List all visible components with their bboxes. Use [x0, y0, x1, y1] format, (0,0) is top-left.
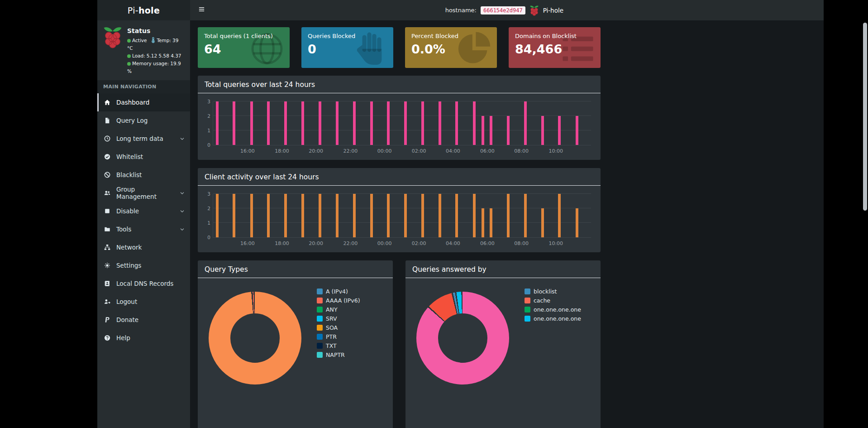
legend-item[interactable]: cache — [525, 297, 581, 304]
bar[interactable] — [473, 101, 476, 145]
bar[interactable] — [301, 194, 304, 237]
legend-item[interactable]: SRV — [317, 315, 360, 322]
bar[interactable] — [284, 194, 287, 237]
client-activity-chart[interactable]: 012316:0018:0020:0022:0000:0002:0004:000… — [198, 186, 601, 252]
bar[interactable] — [216, 101, 219, 145]
sidebar-item-group-management[interactable]: Group Management — [97, 184, 190, 202]
sidebar-item-dashboard[interactable]: Dashboard — [97, 93, 190, 111]
bar[interactable] — [250, 101, 253, 145]
sidebar-item-disable[interactable]: Disable — [97, 202, 190, 220]
bar[interactable] — [284, 101, 287, 145]
bar[interactable] — [387, 101, 390, 145]
sidebar-item-settings[interactable]: Settings — [97, 256, 190, 274]
bar[interactable] — [404, 101, 407, 145]
sidebar-item-blacklist[interactable]: Blacklist — [97, 166, 190, 184]
sidebar-item-query-log[interactable]: Query Log — [97, 111, 190, 130]
bar[interactable] — [490, 116, 492, 145]
legend-item[interactable]: TXT — [317, 342, 360, 349]
legend-item[interactable]: A (IPv4) — [317, 288, 360, 295]
bar[interactable] — [353, 101, 356, 145]
check-circle-icon — [103, 154, 111, 160]
legend-item[interactable]: SOA — [317, 324, 360, 331]
bar[interactable] — [482, 116, 484, 145]
bar[interactable] — [353, 194, 356, 237]
sidebar-item-donate[interactable]: Donate — [97, 311, 190, 329]
legend-label: ANY — [326, 306, 338, 313]
bar[interactable] — [473, 194, 476, 237]
brand-logo[interactable]: Pi-hole — [97, 0, 190, 20]
bar[interactable] — [216, 194, 219, 237]
legend-item[interactable]: NAPTR — [317, 351, 360, 358]
bar[interactable] — [267, 194, 270, 237]
bar[interactable] — [524, 101, 527, 145]
bar[interactable] — [455, 101, 458, 145]
legend-item[interactable]: one.one.one.one — [525, 306, 581, 313]
sidebar-toggle-button[interactable] — [190, 0, 213, 20]
legend-item[interactable]: blocklist — [525, 288, 581, 295]
legend-swatch — [317, 352, 323, 358]
bar[interactable] — [541, 116, 544, 145]
y-axis-label: 0 — [207, 142, 210, 148]
bar[interactable] — [387, 194, 390, 237]
sidebar-item-tools[interactable]: Tools — [97, 220, 190, 238]
legend-item[interactable]: ANY — [317, 306, 360, 313]
x-axis-label: 16:00 — [240, 148, 255, 154]
bar[interactable] — [336, 194, 339, 237]
sidebar-item-network[interactable]: Network — [97, 238, 190, 256]
donut-chart[interactable] — [209, 292, 301, 385]
total-queries-chart[interactable]: 012316:0018:0020:0022:0000:0002:0004:000… — [198, 93, 601, 160]
bar[interactable] — [319, 194, 321, 237]
bar[interactable] — [541, 208, 544, 237]
bar[interactable] — [482, 208, 484, 237]
bar[interactable] — [558, 194, 561, 237]
sidebar-item-whitelist[interactable]: Whitelist — [97, 148, 190, 166]
bar[interactable] — [370, 194, 373, 237]
bar[interactable] — [524, 194, 527, 237]
load-label: Load: — [132, 53, 145, 58]
bar[interactable] — [370, 101, 373, 145]
status-panel: Status ActiveTemp:39 °C Load:5.12 5.58 4… — [97, 20, 190, 80]
sidebar-item-label: Dashboard — [116, 99, 149, 106]
x-axis-label: 08:00 — [514, 240, 529, 246]
bar[interactable] — [439, 101, 441, 145]
bar[interactable] — [576, 116, 578, 145]
bar[interactable] — [490, 208, 492, 237]
legend-item[interactable]: AAAA (IPv6) — [317, 297, 360, 304]
legend-swatch — [317, 298, 323, 303]
bar[interactable] — [576, 208, 578, 237]
bar[interactable] — [421, 194, 424, 237]
bar[interactable] — [404, 194, 407, 237]
legend-label: A (IPv4) — [326, 288, 348, 295]
scrollbar-thumb[interactable] — [863, 23, 867, 211]
legend-item[interactable]: one.one.one.one — [525, 315, 581, 322]
sidebar-item-logout[interactable]: Logout — [97, 293, 190, 311]
bar[interactable] — [233, 101, 235, 145]
bar[interactable] — [233, 194, 235, 237]
navbar-right: hostname: 666154e2d947 Pi-hole — [445, 0, 824, 20]
sidebar-item-local-dns-records[interactable]: Local DNS Records — [97, 274, 190, 293]
bar[interactable] — [439, 194, 441, 237]
panel-title: Query Types — [198, 260, 393, 278]
sidebar-item-long-term-data[interactable]: Long term data — [97, 130, 190, 148]
stat-card-title: Percent Blocked — [411, 33, 491, 39]
stat-card-value: 64 — [204, 42, 283, 56]
bar[interactable] — [507, 194, 510, 237]
gears-icon — [103, 262, 111, 269]
bar[interactable] — [336, 101, 339, 145]
x-axis: 16:0018:0020:0022:0000:0002:0004:0006:00… — [213, 238, 591, 248]
sidebar-item-help[interactable]: Help — [97, 329, 190, 347]
y-axis-label: 1 — [207, 128, 210, 133]
bar[interactable] — [301, 101, 304, 145]
file-icon — [103, 117, 111, 124]
bar[interactable] — [455, 194, 458, 237]
status-info: Status ActiveTemp:39 °C Load:5.12 5.58 4… — [127, 26, 186, 75]
page-scrollbar[interactable] — [863, 0, 868, 428]
bar[interactable] — [421, 101, 424, 145]
donut-chart[interactable] — [416, 292, 509, 385]
bar[interactable] — [319, 101, 321, 145]
bar[interactable] — [267, 101, 270, 145]
bar[interactable] — [250, 194, 253, 237]
legend-item[interactable]: PTR — [317, 333, 360, 340]
bar[interactable] — [507, 116, 510, 145]
bar[interactable] — [558, 116, 561, 145]
